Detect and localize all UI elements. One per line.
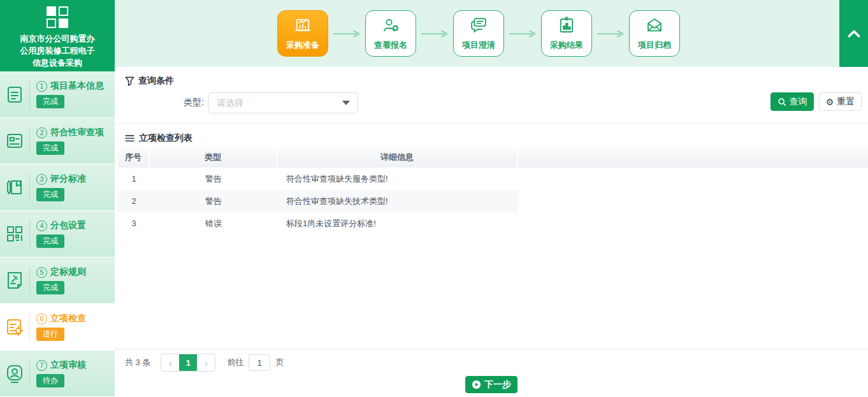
sidebar-item-label: 评分标准 xyxy=(50,173,86,185)
collapse-panel-button[interactable] xyxy=(839,0,868,67)
user-add-icon xyxy=(381,16,400,38)
cell-detail: 符合性审查项缺失服务类型! xyxy=(277,173,518,185)
step-label: 采购结果 xyxy=(550,40,583,51)
chart-board-icon xyxy=(293,16,312,38)
pager: ‹ 1 › xyxy=(161,354,215,372)
search-icon xyxy=(778,97,786,106)
document-gavel-icon xyxy=(0,270,29,291)
process-topbar: 采购准备 查看报名 xyxy=(115,0,868,67)
empty-space xyxy=(115,235,868,349)
step-number: 3 xyxy=(36,174,47,185)
status-badge: 完成 xyxy=(36,188,64,201)
sidebar: 南京市分公司购置办公用房装修工程电子信息设备采购 1项目基本信息 完成 xyxy=(0,0,115,397)
sidebar-item-label: 符合性审查项 xyxy=(50,127,104,138)
filter-funnel-icon xyxy=(125,76,134,86)
step-number: 5 xyxy=(36,267,47,278)
column-header-detail: 详细信息 xyxy=(277,147,518,168)
clipboard-lines-icon xyxy=(0,84,29,105)
sidebar-item-scoring-standard[interactable]: 3评分标准 完成 xyxy=(0,164,115,210)
status-badge: 完成 xyxy=(36,95,64,108)
sidebar-item-project-check[interactable]: 6立项检查 进行 xyxy=(0,304,115,350)
sidebar-item-compliance-review[interactable]: 2符合性审查项 完成 xyxy=(0,118,115,164)
clipboard-gear-icon xyxy=(0,317,29,337)
sidebar-item-label: 定标规则 xyxy=(50,266,86,278)
table-row: 1 警告 符合性审查项缺失服务类型! xyxy=(118,168,518,190)
cell-no: 3 xyxy=(118,219,150,228)
check-results-table: 1 警告 符合性审查项缺失服务类型! 2 警告 符合性审查项缺失技术类型! 3 … xyxy=(118,168,518,235)
chat-bubbles-icon xyxy=(469,16,488,38)
arrow-right-icon xyxy=(596,30,625,38)
sidebar-item-award-rules[interactable]: 5定标规则 完成 xyxy=(0,257,115,303)
step-procurement-result[interactable]: 采购结果 xyxy=(541,10,592,57)
column-header-empty xyxy=(518,147,868,168)
footer-bar: 下一步 xyxy=(115,376,868,397)
prev-page-button[interactable]: ‹ xyxy=(161,354,179,371)
table-header-row: 序号 类型 详细信息 xyxy=(118,147,868,168)
envelope-icon xyxy=(645,16,664,38)
search-button[interactable]: 查询 xyxy=(770,92,814,111)
app-window: 南京市分公司购置办公用房装修工程电子信息设备采购 1项目基本信息 完成 xyxy=(0,0,868,397)
list-icon xyxy=(125,134,134,143)
arrow-right-icon xyxy=(508,30,537,38)
app-logo-icon xyxy=(46,6,69,29)
sidebar-item-project-audit[interactable]: 7立项审核 待办 xyxy=(0,350,115,396)
cell-detail: 标段1尚未设置评分标准! xyxy=(277,218,518,229)
status-badge: 完成 xyxy=(36,235,64,248)
step-procurement-prepare[interactable]: 采购准备 xyxy=(277,10,328,57)
sidebar-item-project-basic-info[interactable]: 1项目基本信息 完成 xyxy=(0,71,115,117)
cell-type: 错误 xyxy=(150,218,277,229)
goto-page-input[interactable] xyxy=(249,354,270,371)
clipboard-chart-icon xyxy=(557,16,576,38)
page-suffix: 页 xyxy=(275,357,284,368)
main-content: 查询条件 类型: 请选择 查询 ⚙ 重置 立 xyxy=(115,67,868,397)
step-number: 7 xyxy=(36,360,47,371)
project-title: 南京市分公司购置办公用房装修工程电子信息设备采购 xyxy=(17,33,98,69)
list-section-title: 立项检查列表 xyxy=(115,123,868,147)
step-view-registration[interactable]: 查看报名 xyxy=(365,10,416,57)
step-label: 查看报名 xyxy=(374,40,407,51)
step-label: 项目澄清 xyxy=(462,40,495,51)
column-header-no: 序号 xyxy=(118,147,150,168)
total-count: 共 3 条 xyxy=(125,357,150,368)
step-label: 项目归档 xyxy=(638,40,671,51)
cell-no: 1 xyxy=(118,174,150,184)
status-badge: 进行 xyxy=(36,328,64,341)
arrow-right-icon xyxy=(332,30,361,38)
pagination-bar: 共 3 条 ‹ 1 › 前往 页 xyxy=(115,349,868,376)
step-project-clarification[interactable]: 项目澄清 xyxy=(453,10,504,57)
column-header-type: 类型 xyxy=(150,147,277,168)
next-step-button[interactable]: 下一步 xyxy=(465,376,517,393)
current-page-button[interactable]: 1 xyxy=(179,354,197,371)
query-filter-row: 类型: 请选择 查询 ⚙ 重置 xyxy=(115,86,868,123)
sidebar-item-label: 项目基本信息 xyxy=(50,80,104,92)
sidebar-nav: 1项目基本信息 完成 2符合性审查项 完成 xyxy=(0,71,115,396)
sidebar-item-label: 立项审核 xyxy=(50,359,86,371)
webcam-person-icon xyxy=(0,363,29,384)
gear-icon: ⚙ xyxy=(826,97,834,106)
cell-detail: 符合性审查项缺失技术类型! xyxy=(277,196,518,207)
type-select[interactable]: 请选择 xyxy=(208,92,358,113)
sidebar-item-label: 分包设置 xyxy=(50,220,86,231)
sidebar-item-package-settings[interactable]: 4分包设置 完成 xyxy=(0,211,115,257)
status-badge: 完成 xyxy=(36,281,64,294)
status-badge: 待办 xyxy=(36,374,64,387)
step-number: 2 xyxy=(36,127,47,138)
query-section-title: 查询条件 xyxy=(115,67,868,86)
cell-type: 警告 xyxy=(150,173,277,185)
step-number: 4 xyxy=(36,220,47,231)
step-number: 1 xyxy=(36,81,47,92)
id-card-icon xyxy=(0,131,29,151)
next-page-button[interactable]: › xyxy=(197,354,215,371)
grid-qr-icon xyxy=(0,224,29,244)
pen-notebook-icon xyxy=(0,177,29,198)
chevron-down-icon xyxy=(342,101,350,105)
step-label: 采购准备 xyxy=(286,40,319,51)
type-label: 类型: xyxy=(171,97,204,108)
project-header: 南京市分公司购置办公用房装修工程电子信息设备采购 xyxy=(0,0,115,71)
step-project-archive[interactable]: 项目归档 xyxy=(629,10,680,57)
arrow-right-icon xyxy=(420,30,449,38)
process-stepper: 采购准备 查看报名 xyxy=(277,10,680,57)
play-icon xyxy=(472,380,481,389)
reset-button[interactable]: ⚙ 重置 xyxy=(819,92,862,111)
table-row: 2 警告 符合性审查项缺失技术类型! xyxy=(118,190,518,212)
